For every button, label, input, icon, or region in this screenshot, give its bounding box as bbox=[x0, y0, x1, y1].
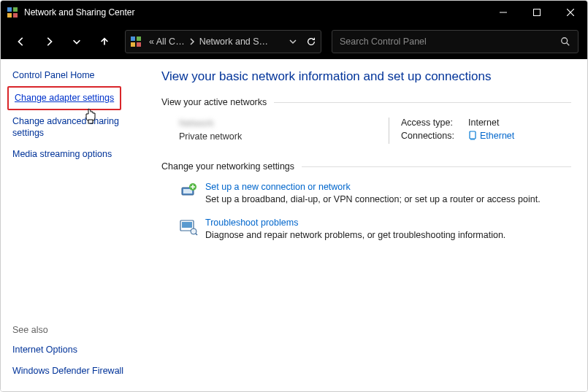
setting-troubleshoot: Troubleshoot problems Diagnose and repai… bbox=[179, 218, 571, 240]
setting-new-connection: Set up a new connection or network Set u… bbox=[179, 182, 571, 204]
sidebar-media-streaming[interactable]: Media streaming options bbox=[12, 148, 142, 160]
access-type-label: Access type: bbox=[401, 118, 468, 128]
svg-rect-10 bbox=[131, 42, 135, 47]
setup-connection-link[interactable]: Set up a new connection or network bbox=[205, 182, 541, 192]
setup-connection-desc: Set up a broadband, dial-up, or VPN conn… bbox=[205, 194, 541, 204]
section-change-settings: Change your networking settings bbox=[161, 161, 571, 172]
search-icon[interactable] bbox=[560, 36, 570, 47]
connections-label: Connections: bbox=[401, 131, 468, 141]
connections-link[interactable]: Ethernet bbox=[480, 131, 514, 141]
chevron-right-icon bbox=[189, 38, 195, 45]
see-also-label: See also bbox=[12, 325, 142, 335]
search-input[interactable] bbox=[340, 36, 560, 47]
section-label: View your active networks bbox=[161, 97, 267, 107]
access-type-value: Internet bbox=[468, 118, 499, 128]
svg-rect-14 bbox=[470, 131, 476, 139]
navbar: « All C… Network and S… bbox=[1, 24, 587, 59]
svg-rect-3 bbox=[13, 13, 18, 18]
section-label: Change your networking settings bbox=[161, 161, 294, 172]
svg-rect-2 bbox=[7, 13, 12, 18]
control-panel-icon bbox=[130, 36, 142, 47]
sidebar-advanced-sharing[interactable]: Change advanced sharing settings bbox=[12, 115, 142, 139]
svg-rect-5 bbox=[534, 9, 541, 16]
ethernet-icon bbox=[468, 131, 477, 141]
svg-rect-22 bbox=[182, 222, 192, 228]
highlighted-link-box: Change adapter settings bbox=[7, 86, 121, 109]
minimize-button[interactable] bbox=[486, 1, 520, 24]
close-button[interactable] bbox=[554, 1, 587, 24]
back-button[interactable] bbox=[9, 30, 33, 53]
page-heading: View your basic network information and … bbox=[161, 69, 571, 84]
control-panel-icon bbox=[7, 7, 18, 18]
breadcrumb-seg-2[interactable]: Network and S… bbox=[199, 36, 268, 47]
sidebar: Control Panel Home Change adapter settin… bbox=[1, 59, 154, 391]
breadcrumb-seg-1[interactable]: « All C… bbox=[149, 36, 185, 47]
sidebar-home[interactable]: Control Panel Home bbox=[12, 69, 142, 81]
svg-point-12 bbox=[562, 38, 568, 44]
svg-rect-11 bbox=[137, 42, 141, 47]
section-active-networks: View your active networks bbox=[161, 97, 571, 107]
window-title: Network and Sharing Center bbox=[24, 7, 486, 18]
svg-line-24 bbox=[196, 234, 197, 235]
up-button[interactable] bbox=[93, 30, 116, 53]
svg-rect-0 bbox=[7, 7, 12, 12]
troubleshoot-desc: Diagnose and repair network problems, or… bbox=[205, 230, 505, 240]
svg-rect-1 bbox=[13, 7, 18, 12]
refresh-button[interactable] bbox=[306, 36, 316, 47]
new-connection-icon bbox=[179, 182, 198, 201]
svg-line-13 bbox=[567, 43, 570, 46]
address-bar[interactable]: « All C… Network and S… bbox=[125, 30, 321, 53]
sidebar-windows-firewall[interactable]: Windows Defender Firewall bbox=[12, 365, 142, 377]
troubleshoot-link[interactable]: Troubleshoot problems bbox=[205, 218, 505, 228]
search-bar[interactable] bbox=[332, 30, 579, 53]
maximize-button[interactable] bbox=[520, 1, 554, 24]
recent-locations-button[interactable] bbox=[65, 30, 88, 53]
sidebar-internet-options[interactable]: Internet Options bbox=[12, 344, 142, 356]
main-panel: View your basic network information and … bbox=[154, 59, 587, 391]
titlebar: Network and Sharing Center bbox=[1, 1, 587, 24]
chevron-down-icon[interactable] bbox=[289, 39, 297, 45]
svg-rect-8 bbox=[131, 36, 135, 41]
network-type: Private network bbox=[179, 131, 389, 142]
network-name: Network bbox=[179, 118, 389, 128]
sidebar-adapter-settings[interactable]: Change adapter settings bbox=[12, 91, 116, 105]
svg-point-23 bbox=[191, 228, 196, 234]
troubleshoot-icon bbox=[179, 218, 198, 237]
forward-button[interactable] bbox=[37, 30, 61, 53]
svg-rect-9 bbox=[137, 36, 141, 41]
